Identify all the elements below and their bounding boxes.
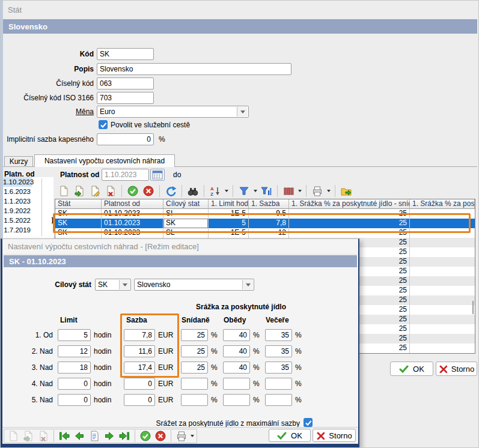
snidane-field[interactable] [181,378,208,390]
date-item[interactable]: 1.1.2023 [3,196,32,206]
record-preview-button[interactable] [88,429,101,443]
dialog-ok-button[interactable]: OK [269,429,311,442]
sazba-field[interactable]: 0 [124,394,155,406]
dialog-storno-button[interactable]: Storno [313,429,356,442]
limit-field[interactable]: 12 [58,345,91,357]
sort-button[interactable] [209,184,222,198]
col-header[interactable]: 1. Sazba [249,199,289,209]
filter-dropdown-arrow[interactable] [254,190,257,192]
copy-button[interactable] [73,184,86,198]
new-button[interactable] [57,184,70,198]
povolit-checkbox[interactable] [99,120,108,129]
print-icon [176,431,187,441]
popis-field[interactable]: Slovensko [97,63,291,75]
obedy-field[interactable] [223,394,250,406]
snidane-field[interactable] [181,394,208,406]
first-record-button[interactable] [58,429,71,443]
sazba-field[interactable]: 7,8 [124,329,155,341]
col-header[interactable]: Platnost od [102,199,163,209]
accept-button[interactable] [126,184,139,198]
table-row-selected[interactable]: SK 01.10.2023 SK 5 7,8 25 [55,219,475,228]
limit-field[interactable]: 0 [58,378,91,390]
ciselny-kod-field[interactable]: 063 [97,77,154,89]
vecere-field[interactable] [265,378,292,390]
copy-button[interactable] [22,429,35,443]
col-header[interactable]: Cílový stat [163,199,209,209]
chevron-down-icon[interactable] [237,107,248,117]
kod-field[interactable]: SK [97,48,154,60]
date-item[interactable]: 1.9.2022 [3,206,32,216]
calendar-button[interactable] [150,169,165,181]
cancel-button[interactable] [142,184,155,198]
print-button[interactable] [311,184,324,198]
snidane-field[interactable]: 25 [181,345,208,357]
export-button[interactable] [340,184,353,198]
print-dropdown-arrow[interactable] [327,190,331,192]
sazba-field[interactable]: 11,6 [124,345,155,357]
obedy-field[interactable]: 40 [223,329,250,341]
delete-button[interactable] [104,184,117,198]
main-storno-button[interactable]: Storno [436,362,477,376]
date-item[interactable]: 1.10.2023 [3,177,32,187]
vecere-field[interactable]: 35 [265,345,292,357]
vecere-field[interactable] [265,394,292,406]
col-header[interactable]: 1. Srážka % za poskytnuté jídlo - snídan… [289,199,410,209]
snidane-field[interactable]: 25 [181,329,208,341]
sazba-field[interactable]: 0 [124,378,155,390]
search-button[interactable] [186,184,200,198]
mena-label[interactable]: Měna [4,107,94,116]
cancel-button[interactable] [154,429,167,443]
cilovy-code-select[interactable]: SK [95,279,131,291]
limit-field[interactable]: 18 [58,362,91,374]
kapesne-field[interactable]: 0 [97,133,154,145]
cell-cilovy-edit[interactable]: SK [163,219,209,228]
col-header[interactable]: 1. Srážka % za pos [410,199,475,209]
ok-label: OK [291,431,302,440]
accept-button[interactable] [139,429,152,443]
filter-chart-button[interactable] [260,184,273,198]
snidane-field[interactable]: 25 [181,362,208,374]
date-item[interactable]: 1.5.2022 [3,216,32,225]
obedy-field[interactable] [223,378,250,390]
table-row[interactable]: SK 01.10.2023 SI 1E-5 9.5 25 [55,209,475,219]
cilovy-name-select[interactable]: Slovensko [134,279,254,291]
iso-field[interactable]: 703 [97,92,154,104]
grid-scrollbar-thumb[interactable] [472,301,474,314]
platnost-od-field[interactable]: 1.10.2023 [102,169,149,181]
sort-dropdown-arrow[interactable] [225,190,228,192]
obedy-field[interactable]: 40 [223,345,250,357]
limit-field[interactable]: 5 [58,329,91,341]
chevron-down-icon[interactable] [242,280,253,289]
next-record-button[interactable] [103,429,116,443]
edit-button[interactable] [88,184,102,198]
toolbar-separator [53,430,54,442]
date-item[interactable]: 1.7.2019 [3,225,32,235]
main-ok-button[interactable]: OK [390,362,433,376]
columns-button[interactable] [282,184,295,198]
col-header[interactable]: 1. Limit hodin [209,199,249,209]
columns-dropdown-arrow[interactable] [298,190,302,192]
delete-button[interactable] [37,429,50,443]
vecere-field[interactable]: 35 [265,329,292,341]
filter-button[interactable] [237,184,251,198]
print-button[interactable] [175,429,188,443]
tab-nastaveni[interactable]: Nastavení vypočtu cestovních náhrad [34,154,175,167]
col-header[interactable]: Stát [55,199,102,209]
mena-select[interactable]: Euro [97,106,249,118]
date-item[interactable]: 1.6.2023 [3,187,32,196]
date-panel-scrollbar[interactable] [41,178,42,236]
new-button[interactable] [7,429,20,443]
obedy-field[interactable]: 40 [223,362,250,374]
tab-kurzy[interactable]: Kurzy [4,156,33,167]
previous-record-button[interactable] [73,429,86,443]
last-record-button[interactable] [118,429,131,443]
limit-field[interactable]: 0 [58,394,91,406]
print-dropdown-arrow[interactable] [191,435,194,437]
table-row[interactable]: SK 01.10.2023 SL 1E-5 12 25 [55,228,475,238]
sazba-field[interactable]: 17,4 [124,362,155,374]
vecere-field[interactable]: 35 [265,362,292,374]
columns-icon [283,186,294,196]
chevron-down-icon[interactable] [119,280,130,289]
refresh-button[interactable] [164,184,177,198]
srazet-checkbox[interactable] [304,418,313,427]
